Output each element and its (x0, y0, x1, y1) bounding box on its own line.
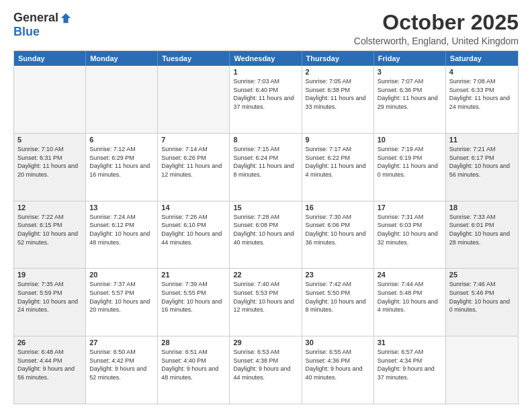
day-info: Sunrise: 7:03 AM Sunset: 6:40 PM Dayligh… (233, 77, 298, 111)
day-number: 14 (161, 203, 226, 212)
day-info: Sunrise: 7:35 AM Sunset: 5:59 PM Dayligh… (17, 280, 82, 314)
calendar-header: SundayMondayTuesdayWednesdayThursdayFrid… (14, 51, 518, 66)
day-number: 16 (306, 203, 370, 212)
day-number: 25 (449, 271, 515, 279)
day-number: 17 (378, 203, 442, 212)
day-info: Sunrise: 7:17 AM Sunset: 6:22 PM Dayligh… (306, 145, 370, 179)
logo-blue: Blue (13, 25, 40, 39)
calendar-row-1: 5Sunrise: 7:10 AM Sunset: 6:31 PM Daylig… (14, 133, 518, 201)
day-info: Sunrise: 6:53 AM Sunset: 4:38 PM Dayligh… (233, 348, 298, 381)
day-number: 11 (449, 136, 515, 144)
day-cell-30: 30Sunrise: 6:55 AM Sunset: 4:36 PM Dayli… (302, 336, 374, 404)
day-cell-9: 9Sunrise: 7:17 AM Sunset: 6:22 PM Daylig… (302, 134, 374, 201)
day-number: 27 (89, 338, 154, 347)
day-info: Sunrise: 7:31 AM Sunset: 6:03 PM Dayligh… (378, 213, 442, 246)
day-number: 19 (17, 271, 82, 279)
calendar-row-2: 12Sunrise: 7:22 AM Sunset: 6:15 PM Dayli… (14, 201, 518, 269)
page: General Blue October 2025 Colsterworth, … (0, 0, 532, 411)
day-number: 30 (306, 338, 370, 347)
day-info: Sunrise: 7:05 AM Sunset: 6:38 PM Dayligh… (306, 77, 370, 111)
day-info: Sunrise: 7:22 AM Sunset: 6:15 PM Dayligh… (17, 213, 82, 246)
day-cell-13: 13Sunrise: 7:24 AM Sunset: 6:12 PM Dayli… (86, 201, 158, 269)
logo-general: General (13, 11, 58, 25)
day-cell-10: 10Sunrise: 7:19 AM Sunset: 6:19 PM Dayli… (374, 134, 446, 201)
day-info: Sunrise: 7:46 AM Sunset: 5:46 PM Dayligh… (449, 280, 515, 314)
calendar-row-0: 1Sunrise: 7:03 AM Sunset: 6:40 PM Daylig… (14, 66, 518, 133)
day-cell-22: 22Sunrise: 7:40 AM Sunset: 5:53 PM Dayli… (230, 269, 302, 336)
day-cell-31: 31Sunrise: 6:57 AM Sunset: 4:34 PM Dayli… (374, 336, 446, 404)
calendar: SundayMondayTuesdayWednesdayThursdayFrid… (13, 50, 519, 404)
day-number: 26 (17, 338, 82, 347)
day-info: Sunrise: 7:33 AM Sunset: 6:01 PM Dayligh… (449, 213, 515, 246)
day-info: Sunrise: 7:07 AM Sunset: 6:36 PM Dayligh… (378, 77, 442, 111)
day-info: Sunrise: 7:39 AM Sunset: 5:55 PM Dayligh… (161, 280, 226, 314)
day-number: 28 (161, 338, 226, 347)
calendar-row-3: 19Sunrise: 7:35 AM Sunset: 5:59 PM Dayli… (14, 268, 518, 336)
calendar-body: 1Sunrise: 7:03 AM Sunset: 6:40 PM Daylig… (14, 66, 518, 404)
empty-cell-0-1 (86, 66, 158, 133)
header: General Blue October 2025 Colsterworth, … (13, 11, 519, 46)
day-number: 1 (233, 68, 298, 76)
day-number: 2 (306, 68, 370, 76)
day-number: 6 (89, 136, 154, 144)
day-info: Sunrise: 7:14 AM Sunset: 6:26 PM Dayligh… (161, 145, 226, 179)
day-cell-24: 24Sunrise: 7:44 AM Sunset: 5:48 PM Dayli… (374, 269, 446, 336)
day-number: 10 (378, 136, 442, 144)
day-info: Sunrise: 7:26 AM Sunset: 6:10 PM Dayligh… (161, 213, 226, 246)
day-cell-23: 23Sunrise: 7:42 AM Sunset: 5:50 PM Dayli… (302, 269, 374, 336)
day-number: 22 (233, 271, 298, 279)
day-cell-12: 12Sunrise: 7:22 AM Sunset: 6:15 PM Dayli… (14, 201, 86, 269)
header-day-wednesday: Wednesday (230, 51, 302, 66)
day-info: Sunrise: 6:57 AM Sunset: 4:34 PM Dayligh… (378, 348, 442, 381)
day-info: Sunrise: 7:19 AM Sunset: 6:19 PM Dayligh… (378, 145, 442, 179)
day-cell-5: 5Sunrise: 7:10 AM Sunset: 6:31 PM Daylig… (14, 134, 86, 201)
day-number: 31 (378, 338, 442, 347)
day-cell-7: 7Sunrise: 7:14 AM Sunset: 6:26 PM Daylig… (158, 134, 230, 201)
day-number: 21 (161, 271, 226, 279)
day-number: 18 (449, 203, 515, 212)
day-number: 13 (89, 203, 154, 212)
day-info: Sunrise: 6:50 AM Sunset: 4:42 PM Dayligh… (89, 348, 154, 381)
day-cell-11: 11Sunrise: 7:21 AM Sunset: 6:17 PM Dayli… (446, 134, 518, 201)
day-number: 29 (233, 338, 298, 347)
day-cell-25: 25Sunrise: 7:46 AM Sunset: 5:46 PM Dayli… (446, 269, 518, 336)
day-number: 23 (306, 271, 370, 279)
day-cell-17: 17Sunrise: 7:31 AM Sunset: 6:03 PM Dayli… (374, 201, 446, 269)
day-cell-19: 19Sunrise: 7:35 AM Sunset: 5:59 PM Dayli… (14, 269, 86, 336)
day-cell-6: 6Sunrise: 7:12 AM Sunset: 6:29 PM Daylig… (86, 134, 158, 201)
logo-text: General (13, 11, 72, 25)
day-cell-26: 26Sunrise: 6:48 AM Sunset: 4:44 PM Dayli… (14, 336, 86, 404)
day-cell-16: 16Sunrise: 7:30 AM Sunset: 6:06 PM Dayli… (302, 201, 374, 269)
day-info: Sunrise: 6:55 AM Sunset: 4:36 PM Dayligh… (306, 348, 370, 381)
day-cell-27: 27Sunrise: 6:50 AM Sunset: 4:42 PM Dayli… (86, 336, 158, 404)
day-info: Sunrise: 7:21 AM Sunset: 6:17 PM Dayligh… (449, 145, 515, 179)
day-info: Sunrise: 6:48 AM Sunset: 4:44 PM Dayligh… (17, 348, 82, 381)
header-day-friday: Friday (374, 51, 446, 66)
day-cell-2: 2Sunrise: 7:05 AM Sunset: 6:38 PM Daylig… (302, 66, 374, 133)
day-info: Sunrise: 6:51 AM Sunset: 4:40 PM Dayligh… (161, 348, 226, 381)
day-info: Sunrise: 7:24 AM Sunset: 6:12 PM Dayligh… (89, 213, 154, 246)
day-number: 3 (378, 68, 442, 76)
day-cell-29: 29Sunrise: 6:53 AM Sunset: 4:38 PM Dayli… (230, 336, 302, 404)
day-cell-21: 21Sunrise: 7:39 AM Sunset: 5:55 PM Dayli… (158, 269, 230, 336)
day-cell-14: 14Sunrise: 7:26 AM Sunset: 6:10 PM Dayli… (158, 201, 230, 269)
day-number: 5 (17, 136, 82, 144)
day-cell-1: 1Sunrise: 7:03 AM Sunset: 6:40 PM Daylig… (230, 66, 302, 133)
day-info: Sunrise: 7:08 AM Sunset: 6:33 PM Dayligh… (449, 77, 515, 111)
empty-cell-0-2 (158, 66, 230, 133)
day-info: Sunrise: 7:30 AM Sunset: 6:06 PM Dayligh… (306, 213, 370, 246)
header-day-saturday: Saturday (446, 51, 518, 66)
day-number: 4 (449, 68, 515, 76)
day-number: 8 (233, 136, 298, 144)
day-info: Sunrise: 7:15 AM Sunset: 6:24 PM Dayligh… (233, 145, 298, 179)
logo: General Blue (13, 11, 72, 39)
day-number: 12 (17, 203, 82, 212)
day-cell-28: 28Sunrise: 6:51 AM Sunset: 4:40 PM Dayli… (158, 336, 230, 404)
day-info: Sunrise: 7:12 AM Sunset: 6:29 PM Dayligh… (89, 145, 154, 179)
location: Colsterworth, England, United Kingdom (354, 36, 519, 46)
calendar-row-4: 26Sunrise: 6:48 AM Sunset: 4:44 PM Dayli… (14, 336, 518, 404)
day-cell-8: 8Sunrise: 7:15 AM Sunset: 6:24 PM Daylig… (230, 134, 302, 201)
day-info: Sunrise: 7:10 AM Sunset: 6:31 PM Dayligh… (17, 145, 82, 179)
empty-cell-0-0 (14, 66, 86, 133)
header-day-monday: Monday (86, 51, 158, 66)
